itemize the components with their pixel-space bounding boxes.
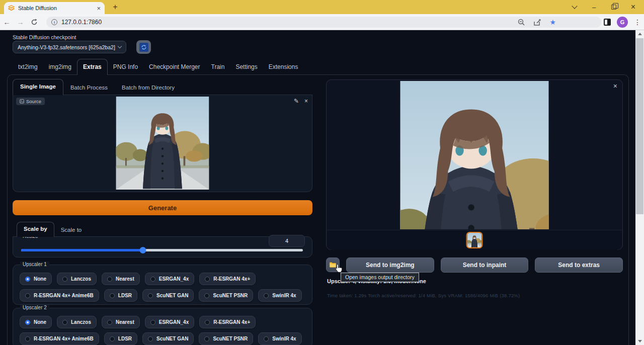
profile-avatar[interactable]: G bbox=[617, 17, 628, 28]
browser-toolbar: ← → i 127.0.0.1:7860 bbox=[0, 14, 644, 30]
upscaler-option[interactable]: SwinIR 4x bbox=[258, 289, 301, 302]
zoom-icon[interactable] bbox=[518, 19, 525, 26]
forward-button[interactable]: → bbox=[14, 18, 27, 26]
resize-number-input[interactable]: 4 bbox=[269, 235, 305, 247]
send-button[interactable]: Send to inpaint bbox=[441, 257, 529, 273]
scale-tab[interactable]: Scale to bbox=[54, 223, 89, 236]
main-tab[interactable]: Checkpoint Merger bbox=[143, 59, 205, 74]
omnibox-icons: ★ bbox=[518, 17, 556, 28]
source-image[interactable] bbox=[116, 97, 209, 190]
extras-subtab[interactable]: Batch Process bbox=[63, 80, 115, 95]
upscaler-option[interactable]: ESRGAN_4x bbox=[145, 273, 194, 285]
back-button[interactable]: ← bbox=[0, 18, 14, 26]
window-maximize-button[interactable] bbox=[604, 0, 623, 14]
upscaler-option[interactable]: LDSR bbox=[104, 289, 137, 302]
radio-icon bbox=[25, 320, 30, 325]
upscaler-option[interactable]: LDSR bbox=[104, 332, 137, 345]
share-icon[interactable] bbox=[533, 19, 541, 26]
radio-icon bbox=[107, 320, 112, 325]
upscaler-option[interactable]: Nearest bbox=[102, 316, 140, 328]
reload-button[interactable] bbox=[27, 19, 41, 26]
scrollbar-thumb[interactable] bbox=[636, 38, 643, 214]
edit-image-icon[interactable]: ✎ bbox=[294, 98, 299, 104]
extras-subtab[interactable]: Single Image bbox=[13, 79, 63, 95]
main-tab[interactable]: Extensions bbox=[263, 59, 304, 74]
url-bar[interactable]: i 127.0.0.1:7860 ★ bbox=[46, 17, 601, 28]
main-tab[interactable]: Train bbox=[206, 59, 230, 74]
radio-icon bbox=[107, 277, 112, 282]
upscaler-option[interactable]: Lanczos bbox=[57, 316, 97, 328]
main-tab[interactable]: Extras bbox=[77, 59, 108, 75]
upscaler-option[interactable]: Nearest bbox=[102, 273, 140, 285]
upscaler-option[interactable]: R-ESRGAN 4x+ bbox=[199, 316, 256, 328]
radio-icon bbox=[62, 320, 67, 325]
output-gallery: × bbox=[326, 79, 623, 250]
main-tab[interactable]: PNG Info bbox=[108, 59, 143, 74]
url-text[interactable]: 127.0.0.1:7860 bbox=[61, 19, 102, 26]
checkpoint-value: Anything-V3-fp32.safetensors [625a2ba2] bbox=[18, 44, 115, 50]
radio-icon bbox=[204, 336, 209, 341]
scale-tab-bar: Scale byScale to bbox=[17, 222, 88, 236]
side-panel-icon[interactable] bbox=[604, 19, 611, 26]
radio-icon bbox=[264, 293, 269, 298]
stable-diffusion-webui: Stable Diffusion checkpoint Anything-V3-… bbox=[0, 30, 644, 345]
scroll-up-arrow[interactable] bbox=[635, 30, 644, 38]
gallery-thumbnail[interactable] bbox=[466, 232, 483, 248]
page-scrollbar[interactable] bbox=[635, 30, 644, 345]
site-info-icon[interactable]: i bbox=[51, 19, 57, 25]
upscaler-option[interactable]: Lanczos bbox=[57, 273, 97, 285]
upscaler-2-options: None Lanczos Nearest ESRGAN_4x R bbox=[13, 308, 312, 345]
clear-image-icon[interactable]: × bbox=[304, 98, 308, 104]
checkpoint-dropdown[interactable]: Anything-V3-fp32.safetensors [625a2ba2] bbox=[13, 41, 126, 53]
send-button[interactable]: Send to extras bbox=[535, 257, 623, 273]
radio-icon bbox=[264, 336, 269, 341]
new-tab-button[interactable]: + bbox=[110, 2, 121, 13]
upscaler-option[interactable]: ESRGAN_4x bbox=[145, 316, 194, 328]
refresh-icon bbox=[139, 43, 148, 52]
source-tools: ✎ × bbox=[294, 98, 308, 104]
browser-tab[interactable]: Stable Diffusion × bbox=[4, 2, 105, 14]
upscaler-option[interactable]: ScuNET PSNR bbox=[199, 289, 253, 302]
window-minimize-button[interactable]: – bbox=[584, 0, 604, 14]
reload-icon bbox=[31, 19, 38, 26]
main-tab[interactable]: txt2img bbox=[13, 59, 43, 74]
radio-icon bbox=[148, 293, 153, 298]
upscaler-option[interactable]: R-ESRGAN 4x+ bbox=[199, 273, 256, 285]
upscaler-option[interactable]: ScuNET PSNR bbox=[199, 332, 253, 345]
upscaler-option[interactable]: ScuNET GAN bbox=[142, 289, 194, 302]
upscaler-option[interactable]: ScuNET GAN bbox=[142, 332, 194, 345]
upscaler-option[interactable]: None bbox=[20, 273, 52, 285]
output-image[interactable] bbox=[400, 81, 549, 229]
radio-icon bbox=[25, 293, 30, 298]
main-tab[interactable]: Settings bbox=[230, 59, 263, 74]
scale-tab[interactable]: Scale by bbox=[17, 222, 54, 237]
main-tab[interactable]: img2img bbox=[43, 59, 77, 74]
upscaler-option[interactable]: None bbox=[20, 316, 52, 328]
slider-handle[interactable] bbox=[140, 247, 146, 253]
window-close-button[interactable]: × bbox=[623, 0, 643, 14]
gallery-thumbnail-strip bbox=[327, 230, 622, 250]
bookmark-star-icon[interactable]: ★ bbox=[549, 19, 556, 26]
send-button[interactable]: Send to img2img bbox=[346, 257, 434, 273]
browser-menu-icon[interactable]: ⋮ bbox=[634, 18, 641, 26]
radio-icon bbox=[205, 277, 210, 282]
extras-subtab[interactable]: Batch from Directory bbox=[115, 80, 182, 95]
upscaler-1-options: None Lanczos Nearest ESRGAN_4x R bbox=[13, 265, 312, 302]
scroll-down-arrow[interactable] bbox=[635, 337, 644, 345]
browser-tab-title: Stable Diffusion bbox=[18, 5, 93, 11]
tab-search-chevron-icon[interactable] bbox=[565, 0, 584, 14]
tab-close-icon[interactable]: × bbox=[97, 5, 101, 12]
resize-slider[interactable] bbox=[21, 249, 303, 251]
radio-icon bbox=[62, 277, 67, 282]
upscaler-2-group: Upscaler 2 None Lanczos Nearest bbox=[13, 308, 312, 345]
performance-info-text: Time taken: 1.29s Torch active/reserved:… bbox=[327, 293, 520, 298]
radio-icon bbox=[25, 336, 30, 341]
source-image-dropzone[interactable]: Source ✎ × bbox=[13, 95, 312, 192]
radio-icon bbox=[150, 320, 155, 325]
upscaler-option[interactable]: R-ESRGAN 4x+ Anime6B bbox=[20, 332, 99, 345]
generate-button[interactable]: Generate bbox=[13, 200, 312, 215]
gallery-close-icon[interactable]: × bbox=[613, 82, 617, 90]
upscaler-option[interactable]: R-ESRGAN 4x+ Anime6B bbox=[20, 289, 99, 302]
upscaler-option[interactable]: SwinIR 4x bbox=[258, 332, 301, 345]
refresh-checkpoints-button[interactable] bbox=[136, 40, 151, 54]
